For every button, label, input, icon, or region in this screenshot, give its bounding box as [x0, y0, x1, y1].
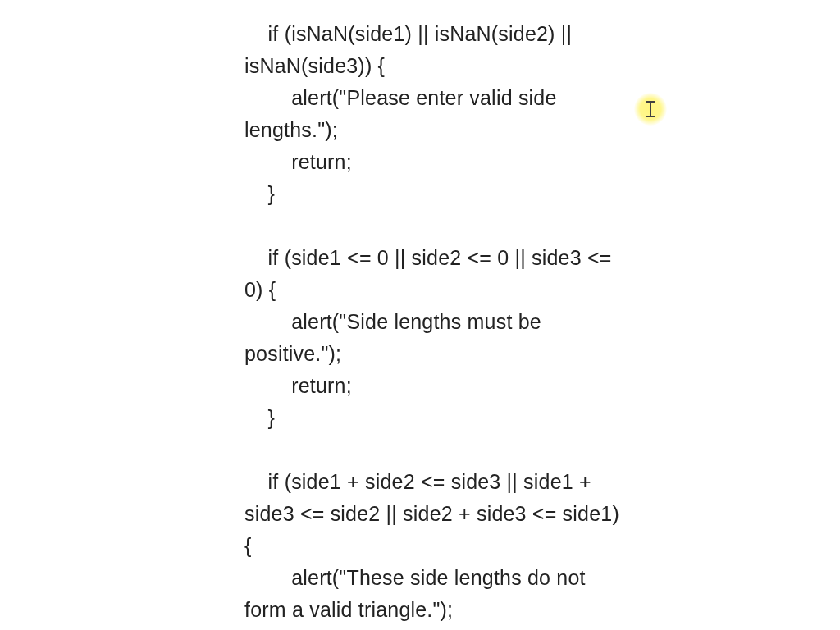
cursor-highlight-icon	[634, 93, 667, 126]
text-cursor-icon	[646, 100, 655, 118]
code-snippet[interactable]: if (isNaN(side1) || isNaN(side2) || isNa…	[244, 18, 630, 630]
